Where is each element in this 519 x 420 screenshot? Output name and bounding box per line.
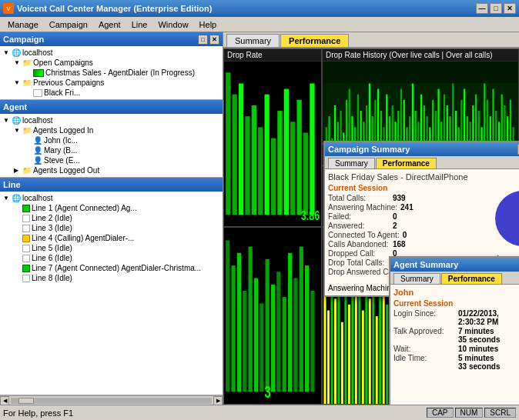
menu-manage[interactable]: Manage bbox=[3, 19, 43, 30]
scroll-right-btn[interactable]: ▶ bbox=[213, 396, 223, 405]
bottom-left-chart: 3 bbox=[223, 227, 322, 405]
title-bar: V Voicent Call Center Manager (Enterpris… bbox=[0, 0, 519, 17]
svg-rect-96 bbox=[254, 278, 258, 392]
line4[interactable]: Line 4 (Calling) AgentDialer-... bbox=[0, 233, 223, 243]
arrow-icon: ▼ bbox=[14, 59, 22, 66]
svg-rect-92 bbox=[231, 265, 235, 392]
maximize-button[interactable]: □ bbox=[490, 3, 502, 14]
folder-closed-icon: 📁 bbox=[22, 78, 32, 87]
line7[interactable]: Line 7 (Agent Connected) AgentDialer-Chr… bbox=[0, 263, 223, 273]
line5[interactable]: Line 5 (Idle) bbox=[0, 243, 223, 253]
cs-subtitle: Black Friday Sales - DirectMailPhone bbox=[328, 172, 519, 182]
svg-rect-10 bbox=[271, 138, 276, 215]
svg-text:V: V bbox=[6, 5, 11, 12]
campaign-section: Campaign □ ✕ ▼ 🌐 localhost ▼ 📁 Open Camp… bbox=[0, 32, 223, 100]
bottom-left-content: 3 bbox=[224, 228, 321, 405]
agent-steve[interactable]: 👤 Steve (E... bbox=[0, 155, 223, 165]
agent-summary-window[interactable]: Agent Summary — □ ✕ Summary Performance … bbox=[389, 256, 519, 405]
svg-rect-102 bbox=[288, 252, 292, 391]
menu-agent[interactable]: Agent bbox=[94, 19, 126, 30]
menu-line[interactable]: Line bbox=[127, 19, 152, 30]
as-talkapproved-row: Talk Approved: 7 minutes 35 seconds bbox=[393, 327, 503, 344]
as-body: Current Session Login Since: 01/22/2013,… bbox=[393, 299, 519, 405]
svg-rect-112 bbox=[334, 298, 337, 404]
menu-campaign[interactable]: Campaign bbox=[45, 19, 92, 30]
menu-help[interactable]: Help bbox=[195, 19, 222, 30]
scrl-indicator: SCRL bbox=[484, 408, 516, 418]
campaign-close-btn[interactable]: ✕ bbox=[209, 35, 219, 45]
svg-rect-101 bbox=[283, 297, 286, 392]
campaign-icon bbox=[33, 69, 44, 77]
cs-dtc-label: Drop Total Calls: bbox=[328, 258, 390, 267]
campaign-header-btns[interactable]: □ ✕ bbox=[198, 35, 219, 45]
svg-rect-106 bbox=[310, 290, 314, 391]
black-friday-campaign[interactable]: Black Fri... bbox=[0, 88, 223, 98]
agent-summary-content: John Current Session Login Since: 01/22/… bbox=[390, 285, 519, 405]
as-stats: Current Session Login Since: 01/22/2013,… bbox=[393, 299, 503, 405]
drop-rate-content: 3.86 bbox=[224, 62, 321, 226]
drop-rate-chart: Drop Rate bbox=[223, 48, 322, 227]
status-bar: For Help, press F1 CAP NUM SCRL bbox=[0, 405, 519, 420]
cs-abandoned-value: 168 bbox=[393, 240, 406, 248]
scroll-thumb[interactable] bbox=[18, 398, 34, 404]
cs-failed-label: Failed: bbox=[328, 212, 390, 221]
line-status-icon bbox=[22, 245, 30, 252]
line8[interactable]: Line 8 (Idle) bbox=[0, 273, 223, 283]
svg-rect-125 bbox=[379, 292, 381, 404]
as-tab-summary[interactable]: Summary bbox=[393, 273, 440, 284]
left-panel: Campaign □ ✕ ▼ 🌐 localhost ▼ 📁 Open Camp… bbox=[0, 32, 223, 405]
svg-rect-109 bbox=[323, 287, 326, 405]
campaign-localhost[interactable]: ▼ 🌐 localhost bbox=[0, 48, 223, 58]
campaign-float-btn[interactable]: □ bbox=[198, 35, 208, 45]
tab-performance[interactable]: Performance bbox=[280, 34, 349, 47]
num-indicator: NUM bbox=[455, 408, 484, 418]
content-area: Drop Rate bbox=[223, 48, 519, 405]
scroll-track[interactable] bbox=[11, 398, 212, 404]
agent-localhost[interactable]: ▼ 🌐 localhost bbox=[0, 115, 223, 125]
cs-tab-summary[interactable]: Summary bbox=[328, 158, 375, 168]
cs-am-value: 241 bbox=[400, 203, 414, 212]
line-header: Line bbox=[0, 178, 223, 192]
christmas-campaign-label: Christmas Sales - AgentDialer (In Progre… bbox=[45, 68, 195, 77]
cs-cta-label: Connected To Agent: bbox=[328, 231, 400, 239]
line-status-icon bbox=[22, 225, 30, 232]
cs-tab-performance[interactable]: Performance bbox=[376, 158, 437, 168]
left-scrollbar[interactable]: ◀ ▶ bbox=[0, 395, 223, 405]
right-panel: Summary Performance Drop Rate bbox=[223, 32, 519, 405]
agents-logged-in-label: Agents Logged In bbox=[33, 126, 93, 135]
svg-rect-12 bbox=[284, 89, 289, 215]
previous-campaigns-folder[interactable]: ▼ 📁 Previous Campaigns bbox=[0, 78, 223, 88]
agent-mary-label: Mary (B... bbox=[44, 146, 77, 155]
title-bar-buttons[interactable]: — □ ✕ bbox=[476, 3, 516, 14]
agent-summary-title: Agent Summary — □ ✕ bbox=[390, 258, 519, 272]
open-campaigns-folder[interactable]: ▼ 📁 Open Campaigns bbox=[0, 58, 223, 68]
agent-john[interactable]: 👤 John (Ic... bbox=[0, 135, 223, 145]
agent-person-icon: 👤 bbox=[33, 156, 42, 165]
tab-summary[interactable]: Summary bbox=[226, 34, 280, 47]
agent-label: Agent bbox=[3, 102, 27, 112]
as-tab-performance[interactable]: Performance bbox=[441, 273, 502, 284]
line1[interactable]: Line 1 (Agent Connected) Ag... bbox=[0, 203, 223, 213]
line-status-icon bbox=[22, 205, 30, 212]
christmas-campaign[interactable]: Christmas Sales - AgentDialer (In Progre… bbox=[0, 68, 223, 78]
agent-mary[interactable]: 👤 Mary (B... bbox=[0, 145, 223, 155]
line3[interactable]: Line 3 (Idle) bbox=[0, 223, 223, 233]
line1-label: Line 1 (Agent Connected) Ag... bbox=[32, 204, 137, 212]
campaign-localhost-label: localhost bbox=[22, 48, 52, 57]
agents-logged-out-folder[interactable]: ▶ 📁 Agents Logged Out bbox=[0, 165, 223, 175]
svg-rect-15 bbox=[303, 133, 308, 215]
line-localhost[interactable]: ▼ 🌐 localhost bbox=[0, 193, 223, 203]
menu-window[interactable]: Window bbox=[153, 19, 193, 30]
close-button[interactable]: ✕ bbox=[504, 3, 516, 14]
svg-rect-6 bbox=[245, 116, 249, 215]
line2[interactable]: Line 2 (Idle) bbox=[0, 213, 223, 223]
scroll-left-btn[interactable]: ◀ bbox=[0, 396, 9, 405]
as-login-label: Login Since: bbox=[393, 309, 455, 326]
cs-rs-am-label: Answering Machine: bbox=[328, 284, 397, 292]
agents-logged-in-folder[interactable]: ▼ 📁 Agents Logged In bbox=[0, 125, 223, 135]
line6[interactable]: Line 6 (Idle) bbox=[0, 253, 223, 263]
cs-failed-row: Failed: 0 bbox=[328, 212, 485, 221]
line-status-icon bbox=[22, 255, 30, 262]
globe-icon: 🌐 bbox=[12, 48, 21, 57]
minimize-button[interactable]: — bbox=[476, 3, 488, 14]
